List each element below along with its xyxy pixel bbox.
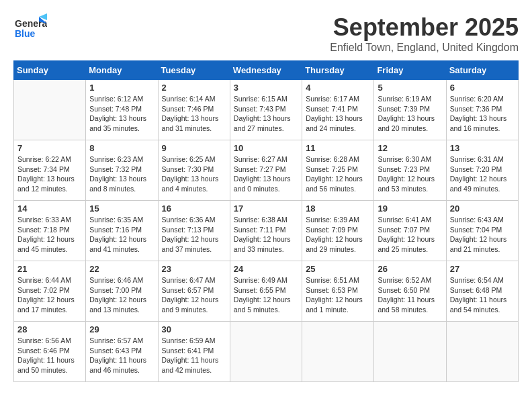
day-number: 8 <box>89 143 154 153</box>
calendar-cell: 6Sunrise: 6:20 AMSunset: 7:36 PMDaylight… <box>446 80 518 140</box>
day-number: 21 <box>17 264 82 274</box>
logo-icon: General Blue <box>13 13 47 40</box>
calendar-cell: 7Sunrise: 6:22 AMSunset: 7:34 PMDaylight… <box>14 140 86 201</box>
day-info: Sunrise: 6:30 AMSunset: 7:23 PMDaylight:… <box>378 154 442 194</box>
day-number: 20 <box>450 203 515 214</box>
calendar-cell: 18Sunrise: 6:39 AMSunset: 7:09 PMDayligh… <box>302 201 374 261</box>
day-number: 11 <box>306 143 370 153</box>
day-info: Sunrise: 6:17 AMSunset: 7:41 PMDaylight:… <box>306 94 370 134</box>
calendar-cell: 3Sunrise: 6:15 AMSunset: 7:43 PMDaylight… <box>230 80 302 140</box>
calendar-cell <box>230 322 302 382</box>
day-info: Sunrise: 6:23 AMSunset: 7:32 PMDaylight:… <box>89 154 154 194</box>
day-number: 17 <box>234 203 298 214</box>
calendar-cell: 11Sunrise: 6:28 AMSunset: 7:25 PMDayligh… <box>302 140 374 201</box>
day-info: Sunrise: 6:54 AMSunset: 6:48 PMDaylight:… <box>450 275 515 315</box>
day-info: Sunrise: 6:47 AMSunset: 6:57 PMDaylight:… <box>162 275 226 315</box>
day-info: Sunrise: 6:28 AMSunset: 7:25 PMDaylight:… <box>306 154 370 194</box>
week-row-1: 1Sunrise: 6:12 AMSunset: 7:48 PMDaylight… <box>14 80 519 140</box>
day-number: 3 <box>234 83 298 93</box>
calendar-cell: 15Sunrise: 6:35 AMSunset: 7:16 PMDayligh… <box>86 201 158 261</box>
calendar-cell <box>446 322 518 382</box>
day-number: 19 <box>378 203 442 214</box>
calendar-cell: 13Sunrise: 6:31 AMSunset: 7:20 PMDayligh… <box>446 140 518 201</box>
day-info: Sunrise: 6:52 AMSunset: 6:50 PMDaylight:… <box>378 275 442 315</box>
calendar-cell: 20Sunrise: 6:43 AMSunset: 7:04 PMDayligh… <box>446 201 518 261</box>
calendar-cell: 10Sunrise: 6:27 AMSunset: 7:27 PMDayligh… <box>230 140 302 201</box>
day-number: 9 <box>162 143 226 153</box>
calendar-cell: 9Sunrise: 6:25 AMSunset: 7:30 PMDaylight… <box>158 140 230 201</box>
day-number: 27 <box>450 264 515 274</box>
day-info: Sunrise: 6:33 AMSunset: 7:18 PMDaylight:… <box>17 215 82 255</box>
week-row-5: 28Sunrise: 6:56 AMSunset: 6:46 PMDayligh… <box>14 322 519 382</box>
calendar-cell: 23Sunrise: 6:47 AMSunset: 6:57 PMDayligh… <box>158 261 230 322</box>
day-number: 14 <box>17 203 82 214</box>
weekday-header-wednesday: Wednesday <box>230 61 302 80</box>
weekday-header-saturday: Saturday <box>446 61 518 80</box>
calendar-cell: 2Sunrise: 6:14 AMSunset: 7:46 PMDaylight… <box>158 80 230 140</box>
day-number: 23 <box>162 264 226 274</box>
day-info: Sunrise: 6:41 AMSunset: 7:07 PMDaylight:… <box>378 215 442 255</box>
day-info: Sunrise: 6:43 AMSunset: 7:04 PMDaylight:… <box>450 215 515 255</box>
calendar-cell: 1Sunrise: 6:12 AMSunset: 7:48 PMDaylight… <box>86 80 158 140</box>
day-info: Sunrise: 6:22 AMSunset: 7:34 PMDaylight:… <box>17 154 82 194</box>
weekday-header-sunday: Sunday <box>14 61 86 80</box>
day-number: 22 <box>89 264 154 274</box>
day-info: Sunrise: 6:46 AMSunset: 7:00 PMDaylight:… <box>89 275 154 315</box>
day-number: 16 <box>162 203 226 214</box>
day-number: 10 <box>234 143 298 153</box>
weekday-header-row: SundayMondayTuesdayWednesdayThursdayFrid… <box>14 61 519 80</box>
calendar-cell: 30Sunrise: 6:59 AMSunset: 6:41 PMDayligh… <box>158 322 230 382</box>
calendar-cell: 19Sunrise: 6:41 AMSunset: 7:07 PMDayligh… <box>374 201 446 261</box>
day-info: Sunrise: 6:27 AMSunset: 7:27 PMDaylight:… <box>234 154 298 194</box>
week-row-3: 14Sunrise: 6:33 AMSunset: 7:18 PMDayligh… <box>14 201 519 261</box>
day-number: 1 <box>89 83 154 93</box>
day-number: 13 <box>450 143 515 153</box>
day-info: Sunrise: 6:36 AMSunset: 7:13 PMDaylight:… <box>162 215 226 255</box>
weekday-header-friday: Friday <box>374 61 446 80</box>
location: Enfield Town, England, United Kingdom <box>330 42 519 54</box>
calendar-cell <box>302 322 374 382</box>
calendar-cell: 26Sunrise: 6:52 AMSunset: 6:50 PMDayligh… <box>374 261 446 322</box>
calendar-cell: 29Sunrise: 6:57 AMSunset: 6:43 PMDayligh… <box>86 322 158 382</box>
day-number: 12 <box>378 143 442 153</box>
calendar-cell: 25Sunrise: 6:51 AMSunset: 6:53 PMDayligh… <box>302 261 374 322</box>
calendar-cell: 8Sunrise: 6:23 AMSunset: 7:32 PMDaylight… <box>86 140 158 201</box>
calendar-cell: 21Sunrise: 6:44 AMSunset: 7:02 PMDayligh… <box>14 261 86 322</box>
day-info: Sunrise: 6:49 AMSunset: 6:55 PMDaylight:… <box>234 275 298 315</box>
calendar-cell: 4Sunrise: 6:17 AMSunset: 7:41 PMDaylight… <box>302 80 374 140</box>
weekday-header-tuesday: Tuesday <box>158 61 230 80</box>
calendar-cell: 5Sunrise: 6:19 AMSunset: 7:39 PMDaylight… <box>374 80 446 140</box>
day-info: Sunrise: 6:44 AMSunset: 7:02 PMDaylight:… <box>17 275 82 315</box>
calendar-cell: 17Sunrise: 6:38 AMSunset: 7:11 PMDayligh… <box>230 201 302 261</box>
calendar-cell: 16Sunrise: 6:36 AMSunset: 7:13 PMDayligh… <box>158 201 230 261</box>
day-info: Sunrise: 6:19 AMSunset: 7:39 PMDaylight:… <box>378 94 442 134</box>
day-info: Sunrise: 6:25 AMSunset: 7:30 PMDaylight:… <box>162 154 226 194</box>
logo: General Blue <box>13 13 47 40</box>
day-info: Sunrise: 6:38 AMSunset: 7:11 PMDaylight:… <box>234 215 298 255</box>
day-number: 6 <box>450 83 515 93</box>
calendar-cell: 24Sunrise: 6:49 AMSunset: 6:55 PMDayligh… <box>230 261 302 322</box>
title-block: September 2025 Enfield Town, England, Un… <box>330 13 519 54</box>
page-header: General Blue September 2025 Enfield Town… <box>13 13 519 54</box>
day-info: Sunrise: 6:12 AMSunset: 7:48 PMDaylight:… <box>89 94 154 134</box>
calendar-cell: 12Sunrise: 6:30 AMSunset: 7:23 PMDayligh… <box>374 140 446 201</box>
calendar-cell <box>14 80 86 140</box>
calendar-cell: 27Sunrise: 6:54 AMSunset: 6:48 PMDayligh… <box>446 261 518 322</box>
day-number: 15 <box>89 203 154 214</box>
day-info: Sunrise: 6:20 AMSunset: 7:36 PMDaylight:… <box>450 94 515 134</box>
day-number: 26 <box>378 264 442 274</box>
weekday-header-monday: Monday <box>86 61 158 80</box>
day-number: 18 <box>306 203 370 214</box>
day-info: Sunrise: 6:51 AMSunset: 6:53 PMDaylight:… <box>306 275 370 315</box>
day-info: Sunrise: 6:35 AMSunset: 7:16 PMDaylight:… <box>89 215 154 255</box>
calendar-cell: 28Sunrise: 6:56 AMSunset: 6:46 PMDayligh… <box>14 322 86 382</box>
day-number: 5 <box>378 83 442 93</box>
day-info: Sunrise: 6:39 AMSunset: 7:09 PMDaylight:… <box>306 215 370 255</box>
day-number: 4 <box>306 83 370 93</box>
day-number: 7 <box>17 143 82 153</box>
weekday-header-thursday: Thursday <box>302 61 374 80</box>
day-number: 2 <box>162 83 226 93</box>
day-number: 30 <box>162 324 226 334</box>
day-number: 25 <box>306 264 370 274</box>
day-number: 24 <box>234 264 298 274</box>
